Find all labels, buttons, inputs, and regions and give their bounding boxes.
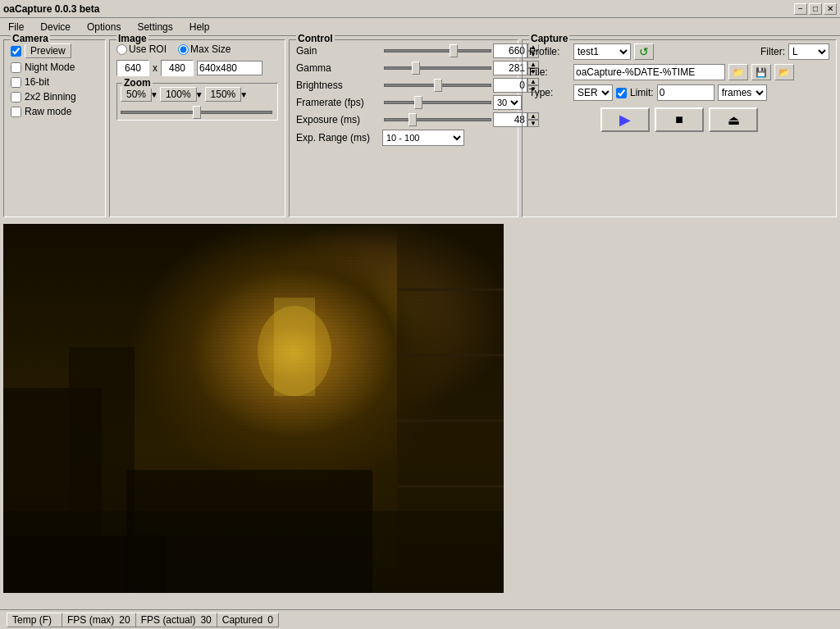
file-open-button[interactable]: 📁: [728, 64, 748, 80]
play-button[interactable]: ▶: [600, 107, 650, 132]
framerate-dropdown[interactable]: 30 15 10 5: [493, 95, 522, 110]
file-input[interactable]: oaCapture-%DATE-%TIME: [573, 64, 725, 80]
captured-label: Captured: [222, 614, 262, 626]
image-group-label: Image: [116, 33, 148, 44]
stop-icon: ■: [675, 112, 683, 127]
preview-button[interactable]: Preview: [25, 43, 71, 58]
fps-actual-section: FPS (actual) 30: [136, 613, 217, 627]
fps-actual-label: FPS (actual): [141, 614, 196, 626]
file-row: File: oaCapture-%DATE-%TIME 📁 💾 📂: [529, 64, 829, 80]
fps-max-value: 20: [119, 614, 130, 626]
zoom-group: Zoom 50% ▼ 100% ▼: [116, 83, 278, 121]
zoom-group-label: Zoom: [122, 77, 153, 89]
folder-icon: 📁: [733, 67, 744, 78]
gain-slider[interactable]: [384, 49, 491, 52]
stop-button[interactable]: ■: [655, 107, 704, 132]
type-label: Type:: [529, 87, 570, 98]
main-content: Camera Preview Night Mode 16-bit 2x2 Bin…: [0, 36, 840, 629]
load-icon: 📂: [778, 67, 790, 78]
window-title: oaCapture 0.0.3 beta: [3, 3, 99, 15]
minimize-button[interactable]: −: [794, 3, 807, 15]
temp-label: Temp (F): [12, 614, 52, 626]
framerate-row: Framerate (fps) 30 15 10 5: [296, 95, 511, 110]
binning-checkbox[interactable]: [11, 92, 21, 103]
exposure-slider[interactable]: [384, 118, 491, 121]
title-bar: oaCapture 0.0.3 beta − □ ✕: [0, 0, 840, 18]
window-controls: − □ ✕: [794, 3, 837, 15]
roi-section: Use ROI Max Size: [116, 43, 278, 55]
night-mode-checkbox[interactable]: [11, 62, 21, 73]
zoom-slider[interactable]: [121, 111, 272, 114]
limit-label: Limit:: [630, 87, 654, 98]
limit-input[interactable]: 0: [657, 84, 714, 101]
limit-checkbox[interactable]: [616, 88, 627, 98]
menu-file[interactable]: File: [3, 20, 29, 34]
type-row: Type: SER AVI FITS Limit: 0 frames secon…: [529, 84, 829, 101]
gamma-row: Gamma 281 ▲ ▼: [296, 61, 511, 75]
captured-section: Captured 0: [217, 613, 279, 627]
captured-value: 0: [267, 614, 273, 626]
video-container: [3, 224, 504, 593]
bit16-row: 16-bit: [11, 76, 98, 88]
raw-checkbox[interactable]: [11, 107, 21, 117]
use-roi-radio[interactable]: [116, 44, 127, 55]
brightness-slider[interactable]: [384, 84, 491, 87]
menu-device[interactable]: Device: [35, 20, 75, 34]
capture-group-label: Capture: [529, 33, 569, 44]
image-group: Image Use ROI Max Size 640 x 480 640x480…: [109, 39, 285, 217]
raw-row: Raw mode: [11, 106, 98, 117]
zoom-50-button[interactable]: 50%: [121, 87, 152, 102]
file-load-button[interactable]: 📂: [774, 64, 794, 80]
gamma-label: Gamma: [296, 62, 382, 74]
resolution-dropdown[interactable]: 640x480 1280x960 320x240: [197, 61, 262, 75]
zoom-100-button[interactable]: 100%: [160, 87, 197, 102]
binning-label: 2x2 Binning: [25, 91, 76, 103]
close-button[interactable]: ✕: [824, 3, 837, 15]
scene-overlay: [3, 224, 504, 593]
preview-checkbox[interactable]: [11, 46, 21, 57]
filter-label: Filter:: [760, 46, 785, 57]
svg-rect-11: [126, 470, 372, 593]
refresh-button[interactable]: ↺: [634, 43, 654, 60]
max-size-radio[interactable]: [178, 44, 189, 55]
top-panels: Camera Preview Night Mode 16-bit 2x2 Bin…: [0, 36, 840, 221]
menu-settings[interactable]: Settings: [132, 20, 177, 34]
gamma-slider[interactable]: [384, 66, 491, 70]
brightness-row: Brightness 0 ▲ ▼: [296, 78, 511, 93]
camera-group: Camera Preview Night Mode 16-bit 2x2 Bin…: [3, 39, 106, 217]
zoom-buttons: 50% ▼ 100% ▼ 150% ▼: [121, 87, 274, 102]
bit16-checkbox[interactable]: [11, 77, 21, 88]
camera-group-label: Camera: [11, 33, 50, 44]
night-mode-label: Night Mode: [25, 62, 75, 73]
capture-group: Capture Profile: test1 default ↺ Filter:…: [522, 39, 837, 217]
raw-label: Raw mode: [25, 106, 71, 117]
file-save-button[interactable]: 💾: [751, 64, 771, 80]
filter-dropdown[interactable]: L R G B None: [788, 43, 829, 60]
zoom-150-button[interactable]: 150%: [205, 87, 242, 102]
fps-max-section: FPS (max) 20: [62, 613, 136, 627]
maximize-button[interactable]: □: [809, 3, 822, 15]
frames-dropdown[interactable]: frames seconds: [718, 84, 767, 101]
status-bar: Temp (F) FPS (max) 20 FPS (actual) 30 Ca…: [0, 609, 840, 629]
width-input[interactable]: 640: [116, 60, 149, 76]
temp-section: Temp (F): [7, 613, 62, 627]
profile-dropdown[interactable]: test1 default: [573, 43, 631, 60]
exposure-row: Exposure (ms) 48 ▲ ▼: [296, 112, 511, 127]
dimension-row: 640 x 480 640x480 1280x960 320x240: [116, 60, 278, 76]
framerate-slider[interactable]: [384, 101, 491, 104]
refresh-icon: ↺: [639, 45, 649, 58]
exp-range-dropdown[interactable]: 10 - 100 1 - 10 100 - 1000: [382, 130, 464, 146]
file-label: File:: [529, 66, 570, 78]
menu-help[interactable]: Help: [185, 20, 215, 34]
eject-icon: ⏏: [728, 112, 740, 128]
night-mode-row: Night Mode: [11, 62, 98, 73]
gain-row: Gain 660 ▲ ▼: [296, 43, 511, 58]
type-dropdown[interactable]: SER AVI FITS: [573, 84, 613, 101]
fps-max-label: FPS (max): [67, 614, 114, 626]
status-spacer: [279, 613, 833, 627]
eject-button[interactable]: ⏏: [709, 107, 758, 132]
height-input[interactable]: 480: [161, 60, 194, 76]
gain-label: Gain: [296, 45, 382, 57]
menu-options[interactable]: Options: [82, 20, 126, 34]
play-icon: ▶: [619, 111, 631, 129]
